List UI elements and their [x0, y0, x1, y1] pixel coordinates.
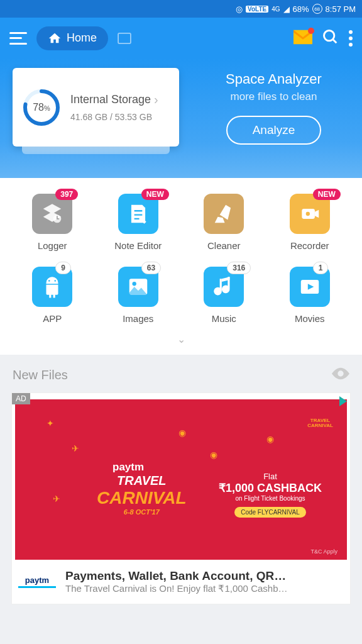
grid-label: Logger	[13, 240, 92, 251]
hotspot-icon: ◎	[236, 4, 243, 14]
visibility-icon[interactable]	[332, 367, 349, 383]
svg-point-7	[305, 212, 309, 216]
analyzer-section: Space Analyzer more files to clean Analy…	[198, 68, 349, 178]
deco-icon: ◉	[266, 434, 274, 444]
deco-icon: ✈	[53, 494, 60, 504]
badge: NEW	[141, 189, 169, 200]
menu-button[interactable]	[9, 32, 27, 45]
storage-usage: 41.68 GB / 53.53 GB	[70, 112, 158, 122]
grid-item-recorder[interactable]: NEW Recorder	[270, 194, 350, 251]
storage-ring: 78%	[22, 88, 61, 127]
new-files-header: New Files	[0, 355, 362, 389]
grid-item-images[interactable]: 63 Images	[99, 267, 178, 324]
status-bar: ◎ VoLTE 4G ◢ 68% 68 8:57 PM	[0, 0, 362, 18]
network-icon: 4G	[272, 6, 280, 13]
home-chip[interactable]: Home	[36, 26, 108, 50]
ad-carnival-text: CARNIVAL	[97, 488, 187, 508]
grid-item-music[interactable]: 316 Music	[184, 267, 264, 324]
ad-dates: 6-8 OCT'17	[97, 508, 187, 516]
deco-icon: ✈	[72, 443, 79, 453]
home-icon	[48, 31, 62, 45]
carnival-stamp: TRAVELCARNIVAL	[306, 409, 334, 437]
ad-footer-logo: paytm	[18, 575, 56, 588]
grid-label: Movies	[270, 313, 350, 324]
category-grid: 397 Logger NEW Note Editor Cleaner NEW	[0, 178, 362, 330]
grid-label: Images	[99, 313, 178, 324]
badge: 1	[313, 262, 329, 274]
analyzer-subtitle: more files to clean	[198, 91, 349, 103]
clock: 8:57 PM	[326, 4, 356, 14]
badge: 397	[55, 189, 78, 200]
grid-label: Cleaner	[184, 240, 264, 251]
ad-travel-text: TRAVEL	[97, 474, 187, 488]
analyzer-title: Space Analyzer	[198, 71, 349, 87]
ad-footer-sub: The Travel Carnival is On! Enjoy flat ₹1…	[65, 583, 344, 594]
deco-icon: ◉	[178, 428, 186, 438]
grid-item-app[interactable]: 9 APP	[13, 267, 92, 324]
svg-line-2	[333, 39, 337, 43]
storage-info: Internal Storage› 41.68 GB / 53.53 GB	[70, 92, 158, 122]
more-button[interactable]	[349, 30, 353, 47]
search-button[interactable]	[322, 28, 339, 48]
ad-cashback: Flat ₹1,000 CASHBACK on Flight Ticket Bo…	[219, 472, 322, 518]
grid-label: Note Editor	[99, 240, 178, 251]
grid-item-cleaner[interactable]: Cleaner	[184, 194, 264, 251]
adchoices-icon[interactable]	[339, 396, 347, 406]
badge: 63	[141, 262, 161, 274]
badge: NEW	[313, 189, 341, 200]
ad-footer-title: Payments, Wallet, Bank Account, QR…	[65, 569, 344, 583]
storage-percent: 78	[33, 102, 44, 113]
grid-label: Music	[184, 313, 264, 324]
badge: 9	[55, 262, 71, 274]
analyze-button[interactable]: Analyze	[226, 116, 322, 145]
grid-item-logger[interactable]: 397 Logger	[13, 194, 92, 251]
mail-button[interactable]	[293, 30, 312, 47]
ad-banner: ✦ ✈ ✈ ◉ ◉ ◉ TRAVELCARNIVAL paytm TRAVEL …	[15, 399, 347, 560]
svg-rect-0	[118, 33, 131, 43]
grid-item-movies[interactable]: 1 Movies	[270, 267, 350, 324]
grid-label: APP	[13, 313, 92, 324]
svg-point-1	[324, 30, 334, 40]
grid-item-note-editor[interactable]: NEW Note Editor	[99, 194, 178, 251]
hero-section: 78% Internal Storage› 41.68 GB / 53.53 G…	[0, 58, 362, 178]
ad-card[interactable]: AD ✦ ✈ ✈ ◉ ◉ ◉ TRAVELCARNIVAL paytm TRAV…	[11, 392, 351, 604]
badge: 316	[227, 262, 251, 274]
svg-point-9	[55, 280, 57, 282]
grid-label: Recorder	[270, 240, 350, 251]
deco-icon: ✦	[47, 418, 54, 428]
home-label: Home	[67, 31, 97, 45]
battery-text: 68%	[293, 4, 309, 14]
expand-toggle[interactable]: ⌄	[0, 330, 362, 355]
ad-flat-text: Flat	[219, 472, 322, 481]
notification-dot	[308, 28, 314, 34]
storage-card[interactable]: 78% Internal Storage› 41.68 GB / 53.53 G…	[13, 68, 179, 147]
ad-footer-content: Payments, Wallet, Bank Account, QR… The …	[65, 569, 344, 594]
battery-ring: 68	[312, 4, 322, 14]
ad-headline: TRAVEL CARNIVAL 6-8 OCT'17	[97, 474, 187, 516]
section-title-text: New Files	[13, 368, 68, 382]
ad-label: AD	[12, 393, 30, 404]
chevron-right-icon: ›	[154, 92, 158, 107]
ad-logo-text: paytm	[18, 575, 56, 585]
storage-title: Internal Storage	[70, 93, 151, 106]
broom-icon	[204, 194, 244, 234]
ad-brand: paytm	[112, 461, 144, 474]
ad-tnc: T&C Apply	[310, 548, 337, 555]
window-icon[interactable]	[118, 33, 131, 44]
ad-code: Code FLYCARNIVAL	[234, 507, 306, 518]
svg-point-11	[132, 282, 136, 286]
app-header: Home	[0, 18, 362, 58]
ad-on-text: on Flight Ticket Bookings	[219, 495, 322, 502]
deco-icon: ◉	[210, 450, 217, 460]
ad-footer: paytm Payments, Wallet, Bank Account, QR…	[12, 560, 350, 604]
volte-badge: VoLTE	[246, 6, 268, 13]
ad-amount: ₹1,000 CASHBACK	[219, 481, 322, 495]
search-icon	[322, 28, 339, 46]
signal-icon: ◢	[283, 4, 290, 14]
svg-point-8	[48, 280, 50, 282]
sd-card-decoration	[22, 147, 170, 154]
